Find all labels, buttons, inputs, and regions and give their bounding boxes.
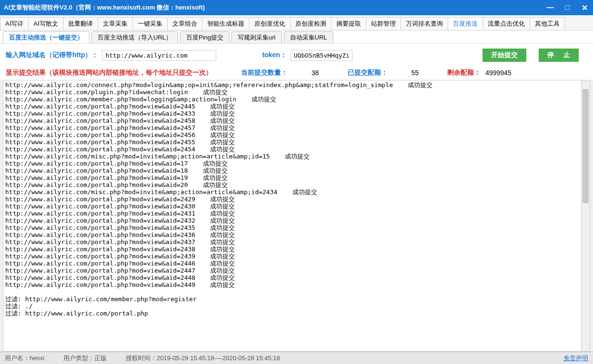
main-tabs: AI写诗AI写散文批量翻译文章采集一键采集文章组合智能生成标题原创度优化原创度检…: [0, 15, 593, 30]
window-controls: — □ ✕: [545, 3, 589, 12]
start-submit-button[interactable]: 开始提交: [482, 49, 526, 62]
main-tab-2[interactable]: 批量翻译: [63, 17, 98, 30]
url-label: 输入网址域名（记得带http）：: [6, 51, 98, 59]
scrollbar[interactable]: [581, 80, 590, 351]
remain-quota-value: 4999945: [485, 69, 512, 77]
main-tab-13[interactable]: 流量点击优化: [482, 17, 530, 30]
token-input[interactable]: [291, 50, 352, 61]
sub-tab-2[interactable]: 百度Ping提交: [180, 31, 230, 43]
sub-tab-4[interactable]: 自动采集URL: [284, 31, 333, 43]
log-area-wrap: http://www.ailyric.com/connect.php?mod=l…: [3, 80, 590, 352]
main-tab-7[interactable]: 原创度优化: [249, 17, 291, 30]
maximize-button[interactable]: □: [563, 3, 572, 12]
stats-row: 显示提交结果（该模块推送网站内部链接地址，每个地址只提交一次） 当前提交数量： …: [0, 67, 593, 80]
main-tab-1[interactable]: AI写散文: [28, 17, 63, 30]
main-tab-3[interactable]: 文章采集: [98, 17, 133, 30]
status-user: 用户名：henxi: [5, 354, 44, 363]
main-tab-14[interactable]: 其他工具: [530, 17, 565, 30]
remain-quota-label: 剩余配额：: [447, 69, 481, 77]
disclaimer-link[interactable]: 免责声明: [563, 354, 588, 363]
submitted-quota-label: 已提交配额：: [348, 69, 388, 77]
statusbar: 用户名：henxi 用户类型：正版 授权时间：2019-05-29 15:45:…: [0, 352, 593, 364]
sub-tab-3[interactable]: 写规则采集url: [231, 31, 281, 43]
submitted-quota-value: 55: [412, 69, 419, 77]
stop-button[interactable]: 停 止: [539, 49, 579, 62]
main-tab-12[interactable]: 百度推送: [448, 17, 483, 30]
minimize-button[interactable]: —: [545, 3, 555, 12]
sub-tab-1[interactable]: 百度主动推送（导入URL）: [91, 31, 178, 43]
sub-tabs: 百度主动推送（一键提交）百度主动推送（导入URL）百度Ping提交写规则采集ur…: [0, 30, 593, 44]
token-label: token：: [262, 51, 286, 59]
status-user-type: 用户类型：正版: [63, 354, 107, 363]
result-label: 显示提交结果（该模块推送网站内部链接地址，每个地址只提交一次）: [6, 69, 212, 77]
main-tab-5[interactable]: 文章组合: [167, 17, 202, 30]
main-tab-0[interactable]: AI写诗: [0, 17, 29, 30]
main-tab-10[interactable]: 站群管理: [366, 17, 401, 30]
status-auth-time: 授权时间：2019-05-29 15:45:18----2020-05-28 1…: [126, 354, 280, 363]
close-button[interactable]: ✕: [580, 3, 589, 12]
main-tab-4[interactable]: 一键采集: [132, 17, 168, 30]
main-tab-9[interactable]: 摘要提取: [331, 17, 366, 30]
sub-tab-0[interactable]: 百度主动推送（一键提交）: [3, 31, 90, 43]
titlebar: AI文章智能处理软件V2.0（官网：www.henxisoft.com 微信：h…: [0, 0, 593, 15]
main-tab-6[interactable]: 智能生成标题: [202, 17, 250, 30]
url-input[interactable]: [102, 50, 216, 61]
current-count-value: 38: [312, 69, 319, 77]
main-tab-8[interactable]: 原创度检测: [290, 17, 332, 30]
log-area[interactable]: http://www.ailyric.com/connect.php?mod=l…: [3, 80, 590, 351]
current-count-label: 当前提交数量：: [241, 69, 288, 77]
window-title: AI文章智能处理软件V2.0（官网：www.henxisoft.com 微信：h…: [4, 3, 545, 12]
scrollbar-thumb[interactable]: [583, 89, 589, 203]
input-row: 输入网址域名（记得带http）： token： 开始提交 停 止: [0, 44, 593, 67]
main-tab-11[interactable]: 万词排名查询: [401, 17, 448, 30]
